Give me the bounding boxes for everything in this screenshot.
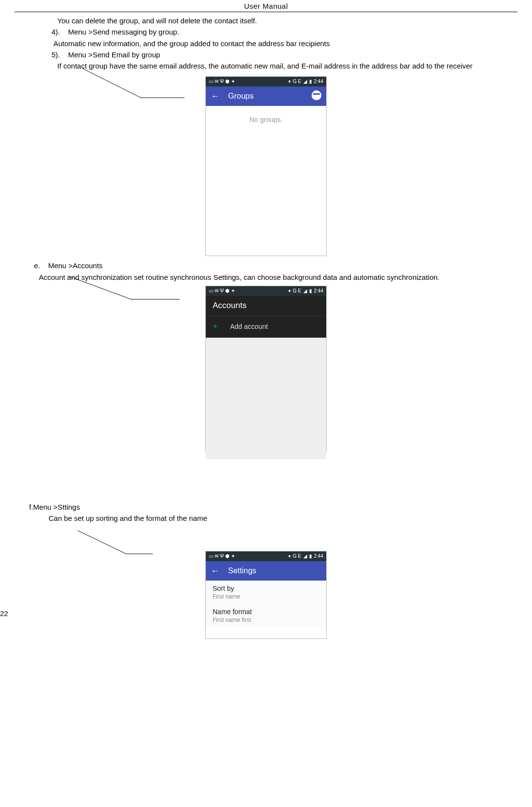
list-title-4: Menu >Send messaging by group. [68, 28, 179, 36]
setting-sortby[interactable]: Sort by First name [206, 581, 326, 604]
mail-icon: ✉ [215, 289, 218, 293]
page-number: 22 [0, 609, 8, 618]
signal-text: G E [293, 289, 301, 293]
sms-icon: ▭ [209, 289, 213, 293]
appbar-title: Groups [228, 92, 308, 101]
list-number-5: 5). [51, 51, 60, 59]
para-4-body: Automatic new information, and the group… [15, 38, 517, 49]
sortby-title: Sort by [213, 584, 319, 592]
no-groups-text: No groups. [249, 116, 283, 123]
debug-icon: ⬢ [225, 554, 230, 559]
status-bar-2: ▭ ✉ Ψ ⬢ ✦ ▾ G E ◢ ▮ 2:44 [206, 286, 326, 296]
phone-screenshot-accounts: ▭ ✉ Ψ ⬢ ✦ ▾ G E ◢ ▮ 2:44 Accounts + [205, 286, 327, 452]
para-delete-note: You can delete the group, and will not d… [15, 15, 517, 26]
list-item-f: f.Menu >Sttings [15, 501, 517, 513]
list-item-4: 4). Menu >Send messaging by group. [15, 26, 517, 37]
debug-icon: ⬢ [225, 289, 230, 293]
android-icon: ✦ [231, 554, 235, 559]
list-item-5: 5). Menu >Send Email by group [15, 49, 517, 60]
setting-nameformat[interactable]: Name format First name first [206, 604, 326, 627]
add-account-label: Add account [230, 323, 268, 330]
signal-text: G E [293, 79, 301, 84]
battery-icon: ▮ [309, 554, 312, 559]
status-bar-3: ▭ ✉ Ψ ⬢ ✦ ▾ G E ◢ ▮ 2:44 [206, 551, 326, 561]
back-icon[interactable]: ← [211, 91, 219, 102]
signal-icon: ◢ [303, 79, 307, 84]
groups-action-icon[interactable] [312, 90, 321, 103]
signal-text: G E [293, 554, 301, 559]
page-header: User Manual [15, 0, 517, 12]
battery-icon: ▮ [309, 289, 312, 293]
mail-icon: ✉ [215, 79, 218, 84]
clock-text: 2:44 [314, 79, 323, 84]
para-e-body: Account and synchronization set routine … [15, 272, 517, 283]
signal-icon: ◢ [303, 289, 307, 293]
add-account-row[interactable]: + Add account [206, 315, 326, 338]
nameformat-sub: First name first [213, 617, 319, 623]
accounts-title: Accounts [206, 296, 326, 315]
list-number-4: 4). [51, 28, 60, 36]
list-title-5: Menu >Send Email by group [68, 51, 160, 59]
sms-icon: ▭ [209, 79, 213, 84]
figure-accounts: ▭ ✉ Ψ ⬢ ✦ ▾ G E ◢ ▮ 2:44 Accounts + [15, 285, 517, 489]
list-title-f: Menu >Sttings [33, 503, 80, 511]
plus-icon: + [213, 322, 220, 332]
para-f-body: Can be set up sorting and the format of … [15, 513, 517, 524]
battery-icon: ▮ [309, 79, 312, 84]
figure-groups: ▭ ✉ Ψ ⬢ ✦ ▾ G E ◢ ▮ 2:44 ← Groups [15, 73, 517, 253]
list-letter-e: e. [34, 261, 40, 270]
wifi-icon: ▾ [288, 79, 291, 84]
nameformat-title: Name format [213, 608, 319, 616]
usb-icon: Ψ [220, 289, 224, 293]
android-icon: ✦ [231, 289, 235, 293]
list-title-e: Menu >Accounts [48, 261, 102, 270]
mail-icon: ✉ [215, 554, 218, 559]
appbar-title-settings: Settings [228, 567, 321, 575]
android-icon: ✦ [231, 79, 235, 84]
clock-text-2: 2:44 [314, 289, 323, 293]
phone-screenshot-groups: ▭ ✉ Ψ ⬢ ✦ ▾ G E ◢ ▮ 2:44 ← Groups [205, 76, 327, 256]
sortby-sub: First name [213, 593, 319, 600]
phone-screenshot-settings: ▭ ✉ Ψ ⬢ ✦ ▾ G E ◢ ▮ 2:44 ← Settings [205, 551, 327, 639]
usb-icon: Ψ [220, 554, 224, 559]
sms-icon: ▭ [209, 554, 213, 559]
figure-settings: 22 ▭ ✉ Ψ ⬢ ✦ ▾ G E ◢ ▮ 2:44 [15, 533, 517, 638]
signal-icon: ◢ [303, 554, 307, 559]
settings-body: Sort by First name Name format First nam… [206, 581, 326, 627]
accounts-body: Accounts + Add account [206, 296, 326, 451]
list-item-e: e. Menu >Accounts [15, 260, 517, 271]
groups-body: No groups. [206, 106, 326, 256]
accounts-empty-area [206, 338, 326, 459]
debug-icon: ⬢ [225, 79, 230, 84]
wifi-icon: ▾ [288, 289, 291, 293]
status-bar: ▭ ✉ Ψ ⬢ ✦ ▾ G E ◢ ▮ 2:44 [206, 77, 326, 86]
app-bar-settings: ← Settings [206, 561, 326, 581]
back-icon-3[interactable]: ← [211, 566, 219, 576]
para-5-body: If contact group have the same email add… [15, 60, 517, 71]
app-bar-groups: ← Groups [206, 86, 326, 106]
clock-text-3: 2:44 [314, 554, 323, 559]
wifi-icon: ▾ [288, 554, 291, 559]
usb-icon: Ψ [220, 79, 224, 84]
